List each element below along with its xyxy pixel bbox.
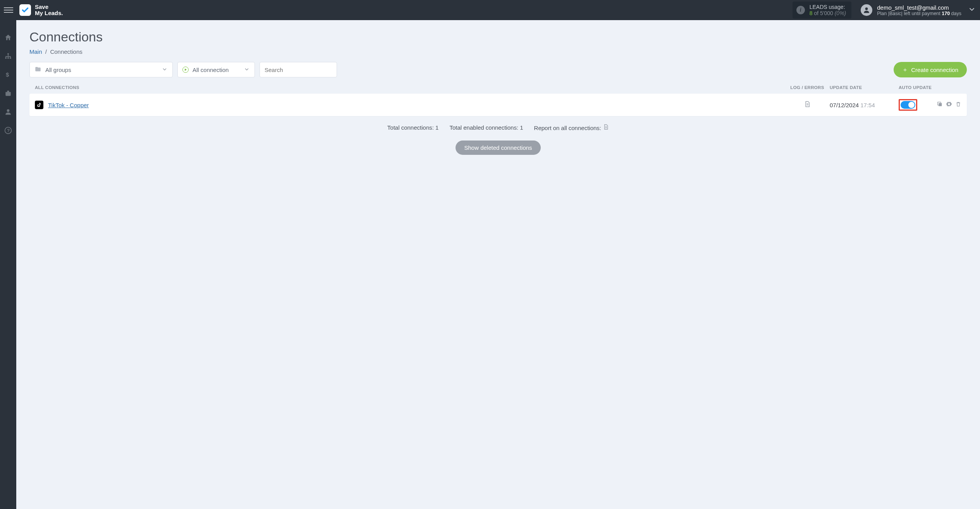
gear-icon[interactable] xyxy=(946,101,952,109)
chevron-down-icon xyxy=(968,5,976,15)
avatar-icon xyxy=(861,4,872,16)
copy-icon[interactable] xyxy=(937,101,943,109)
tiktok-icon xyxy=(35,101,43,109)
top-bar: Save My Leads. i LEADS usage: 8 of 5'000… xyxy=(0,0,980,20)
trash-icon[interactable] xyxy=(955,101,961,109)
logo-icon[interactable] xyxy=(19,4,31,16)
create-connection-button[interactable]: ＋ Create connection xyxy=(894,62,967,77)
header-auto-update: AUTO UPDATE xyxy=(896,85,961,90)
plus-icon: ＋ xyxy=(902,66,908,74)
nav-home-icon[interactable] xyxy=(4,33,12,42)
highlighted-toggle xyxy=(899,99,917,111)
summary-bar: Total connections: 1 Total enabled conne… xyxy=(29,124,967,131)
groups-dropdown-label: All groups xyxy=(45,67,71,73)
summary-enabled: Total enabled connections: 1 xyxy=(449,124,523,131)
account-plan: Plan |Basic| left until payment 170 days xyxy=(877,11,961,16)
status-dropdown-label: All connection xyxy=(193,67,229,73)
document-icon[interactable] xyxy=(603,125,609,131)
leads-usage-value: 8 of 5'000 (0%) xyxy=(810,10,846,16)
logo-text: Save My Leads. xyxy=(35,4,63,17)
connection-name-link[interactable]: TikTok - Copper xyxy=(48,102,89,108)
search-input[interactable] xyxy=(265,67,332,73)
svg-text:?: ? xyxy=(7,128,10,133)
nav-help-icon[interactable]: ? xyxy=(4,126,12,135)
leads-usage-label: LEADS usage: xyxy=(810,4,846,10)
account-email: demo_sml_test@gmail.com xyxy=(877,4,961,11)
nav-account-icon[interactable] xyxy=(4,108,12,116)
svg-text:$: $ xyxy=(6,71,9,78)
update-date: 07/12/2024 17:54 xyxy=(826,102,896,108)
show-deleted-button[interactable]: Show deleted connections xyxy=(456,141,540,155)
breadcrumb-main-link[interactable]: Main xyxy=(29,48,42,55)
svg-rect-3 xyxy=(7,57,9,58)
nav-tools-icon[interactable] xyxy=(4,89,12,98)
folder-icon xyxy=(34,66,41,74)
account-menu[interactable]: demo_sml_test@gmail.com Plan |Basic| lef… xyxy=(861,4,980,16)
filters-bar: All groups All connection ＋ Create conne… xyxy=(29,62,967,77)
hamburger-menu-icon[interactable] xyxy=(4,5,13,15)
info-icon: i xyxy=(796,6,805,14)
chevron-down-icon xyxy=(162,66,168,74)
log-icon[interactable] xyxy=(789,101,826,109)
summary-total: Total connections: 1 xyxy=(387,124,439,131)
side-nav: $ ? xyxy=(0,20,16,509)
status-dropdown[interactable]: All connection xyxy=(177,62,255,77)
groups-dropdown[interactable]: All groups xyxy=(29,62,173,77)
search-input-wrap[interactable] xyxy=(260,62,337,77)
svg-point-0 xyxy=(865,7,868,10)
header-log-errors: LOG / ERRORS xyxy=(789,85,826,90)
svg-point-6 xyxy=(7,109,10,112)
nav-connections-icon[interactable] xyxy=(4,52,12,60)
breadcrumb-current: Connections xyxy=(50,48,82,55)
summary-report: Report on all connections: xyxy=(534,124,609,131)
table-header-row: ALL CONNECTIONS LOG / ERRORS UPDATE DATE… xyxy=(29,83,967,94)
main-content: Connections Main / Connections All group… xyxy=(16,20,980,509)
header-all-connections: ALL CONNECTIONS xyxy=(35,85,789,90)
svg-rect-1 xyxy=(7,53,9,55)
play-icon xyxy=(182,67,189,73)
svg-rect-9 xyxy=(939,103,942,106)
breadcrumb: Main / Connections xyxy=(29,48,967,55)
svg-rect-2 xyxy=(5,57,7,58)
connection-row: TikTok - Copper 07/12/2024 17:54 xyxy=(29,94,967,116)
nav-billing-icon[interactable]: $ xyxy=(4,70,12,79)
auto-update-toggle[interactable] xyxy=(901,101,915,109)
leads-usage-badge[interactable]: i LEADS usage: 8 of 5'000 (0%) xyxy=(793,2,852,19)
header-update-date: UPDATE DATE xyxy=(826,85,896,90)
chevron-down-icon xyxy=(244,66,250,74)
page-title: Connections xyxy=(29,29,967,45)
svg-rect-4 xyxy=(10,57,11,58)
